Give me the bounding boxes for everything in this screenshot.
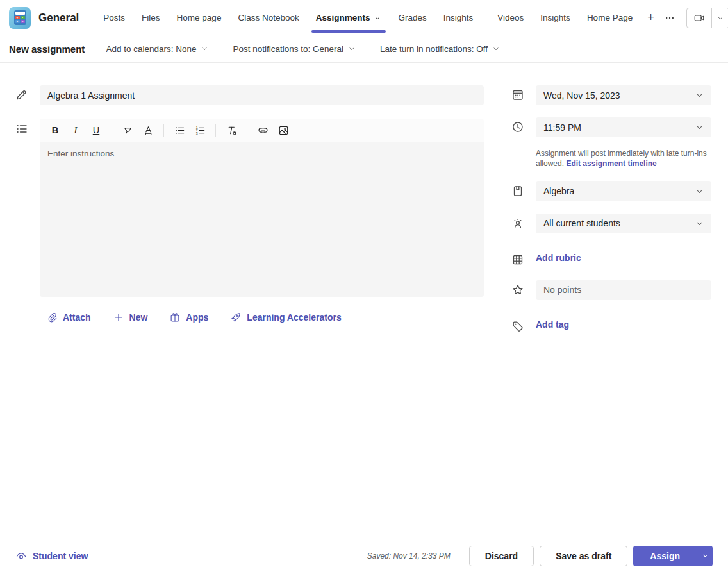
eye-icon <box>15 550 27 562</box>
channel-title: General <box>38 12 79 24</box>
new-button[interactable]: New <box>113 312 148 323</box>
due-date-dropdown[interactable]: Wed, Nov 15, 2023 <box>536 85 711 105</box>
learning-accelerators-button[interactable]: Learning Accelerators <box>230 312 341 323</box>
attachment-actions: Attach New Apps Learning Accelerators <box>15 312 484 323</box>
apps-icon <box>169 312 181 323</box>
chevron-down-icon <box>695 219 704 228</box>
camera-icon[interactable] <box>687 8 712 28</box>
bold-icon[interactable]: B <box>46 122 64 139</box>
discard-button[interactable]: Discard <box>469 546 534 566</box>
points-field[interactable]: No points <box>536 280 711 300</box>
instructions-editor: B I U <box>40 119 484 297</box>
tab-videos[interactable]: Videos <box>489 0 532 35</box>
chevron-down-icon <box>201 45 208 53</box>
rocket-icon <box>230 312 242 323</box>
students-dropdown[interactable]: All current students <box>536 214 711 233</box>
divider <box>95 42 95 55</box>
tab-posts[interactable]: Posts <box>95 0 133 35</box>
saved-status: Saved: Nov 14, 2:33 PM <box>367 551 451 560</box>
apps-button[interactable]: Apps <box>169 312 208 323</box>
tab-insights-1[interactable]: Insights <box>435 0 482 35</box>
tab-home-page[interactable]: Home page <box>169 0 230 35</box>
edit-pencil-icon <box>15 85 40 105</box>
edit-timeline-link[interactable]: Edit assignment timeline <box>566 159 656 168</box>
student-view-button[interactable]: Student view <box>15 550 88 562</box>
channel-header: +-×÷ General Posts Files Home page Class… <box>0 0 728 35</box>
calendar-icon <box>511 85 536 105</box>
team-avatar[interactable]: +-×÷ <box>9 7 31 29</box>
chevron-down-icon <box>695 187 704 196</box>
tab-grades[interactable]: Grades <box>390 0 434 35</box>
assign-split-button: Assign <box>633 546 713 566</box>
calculator-team-logo: +-×÷ <box>14 10 26 25</box>
assignment-command-bar: New assignment Add to calendars: None Po… <box>0 35 728 63</box>
teams-assignment-page: +-×÷ General Posts Files Home page Class… <box>0 0 728 572</box>
due-time-dropdown[interactable]: 11:59 PM <box>536 117 711 137</box>
divider <box>163 124 164 137</box>
channel-tabs: Posts Files Home page Class Notebook Ass… <box>95 0 660 35</box>
add-tab-button[interactable]: + <box>641 0 661 35</box>
tab-files[interactable]: Files <box>133 0 169 35</box>
action-footer: Student view Saved: Nov 14, 2:33 PM Disc… <box>0 539 728 572</box>
star-icon <box>511 280 536 300</box>
post-notifications-dropdown[interactable]: Post notifications to: General <box>233 44 356 54</box>
assign-button[interactable]: Assign <box>633 546 697 566</box>
notebook-icon <box>511 181 536 201</box>
assign-options-chevron[interactable] <box>697 546 713 566</box>
add-tag-link[interactable]: Add tag <box>536 319 569 330</box>
add-rubric-link[interactable]: Add rubric <box>536 253 581 263</box>
meet-split-button <box>686 8 728 28</box>
instructions-textarea[interactable]: Enter instructions <box>40 142 484 297</box>
link-icon[interactable] <box>254 122 272 139</box>
chevron-down-icon <box>374 14 381 22</box>
late-turnin-notifications-dropdown[interactable]: Late turn in notifications: Off <box>380 44 500 54</box>
tab-class-notebook[interactable]: Class Notebook <box>229 0 307 35</box>
rich-text-toolbar: B I U <box>40 119 484 142</box>
attach-paperclip-icon <box>46 312 58 323</box>
highlighter-icon[interactable] <box>119 122 136 139</box>
tab-home-page-2[interactable]: Home Page <box>579 0 641 35</box>
divider <box>215 124 216 137</box>
font-color-icon[interactable] <box>139 122 157 139</box>
timeline-note: Assignment will post immediately with la… <box>536 149 711 169</box>
assignment-title-input[interactable] <box>40 85 484 105</box>
divider <box>247 124 247 137</box>
tab-assignments[interactable]: Assignments <box>308 0 390 35</box>
bullet-list-icon[interactable] <box>170 122 188 139</box>
tag-icon <box>511 317 536 333</box>
divider <box>112 124 112 137</box>
attach-button[interactable]: Attach <box>46 312 91 323</box>
save-as-draft-button[interactable]: Save as draft <box>540 546 627 566</box>
rubric-grid-icon <box>511 250 536 266</box>
instructions-placeholder: Enter instructions <box>47 149 476 158</box>
more-ellipsis-icon[interactable] <box>661 10 679 26</box>
italic-icon[interactable]: I <box>67 122 85 139</box>
clock-icon <box>511 117 536 137</box>
class-dropdown[interactable]: Algebra <box>536 181 711 201</box>
clear-format-icon[interactable] <box>222 122 240 139</box>
meet-options-chevron[interactable] <box>712 8 728 28</box>
instructions-list-icon <box>15 119 40 297</box>
chevron-down-icon <box>492 45 500 53</box>
tab-insights-2[interactable]: Insights <box>532 0 579 35</box>
chevron-down-icon <box>695 123 704 131</box>
image-icon[interactable] <box>274 122 292 139</box>
assignment-details-panel: Wed, Nov 15, 2023 11:59 PM Assignment wi… <box>511 85 711 539</box>
page-title: New assignment <box>9 44 85 55</box>
chevron-down-icon <box>348 45 356 53</box>
assignment-form: B I U <box>0 63 728 539</box>
numbered-list-icon[interactable]: 123 <box>191 122 209 139</box>
chevron-down-icon <box>695 91 704 99</box>
underline-icon[interactable]: U <box>87 122 105 139</box>
svg-text:3: 3 <box>195 131 197 135</box>
add-to-calendars-dropdown[interactable]: Add to calendars: None <box>106 44 208 54</box>
students-icon <box>511 214 536 233</box>
plus-icon <box>113 312 124 323</box>
